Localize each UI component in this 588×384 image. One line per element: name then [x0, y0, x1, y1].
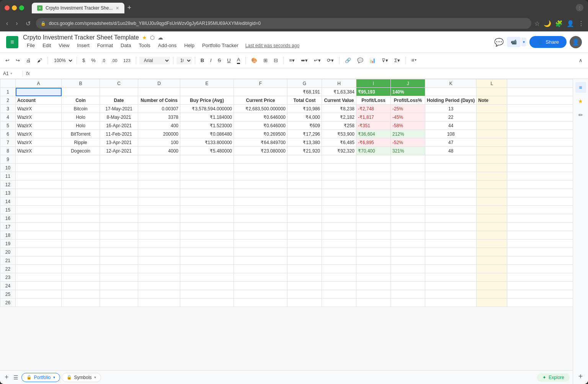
- tab-close-icon[interactable]: ×: [116, 5, 119, 11]
- cell-date-3[interactable]: 17-May-2021: [100, 105, 138, 113]
- cell-c1[interactable]: [100, 88, 138, 96]
- italic-button[interactable]: I: [208, 56, 214, 65]
- cell-account-7[interactable]: WazirX: [16, 138, 62, 147]
- cell-a1[interactable]: [16, 88, 62, 96]
- cell-numcoins-6[interactable]: 200000: [138, 130, 180, 138]
- menu-file[interactable]: File: [23, 41, 39, 50]
- cell-pct-6[interactable]: 212%: [391, 130, 425, 138]
- col-header-i[interactable]: I: [356, 79, 391, 88]
- back-button[interactable]: ‹: [4, 18, 10, 28]
- cell-totalcost-6[interactable]: ₹17,296: [287, 130, 322, 138]
- text-color-button[interactable]: A: [235, 55, 243, 66]
- cell-note-6[interactable]: [477, 130, 507, 138]
- browser-menu-icon[interactable]: ⋮: [576, 4, 583, 11]
- extensions-icon[interactable]: 🧩: [555, 20, 563, 27]
- cell-days-3[interactable]: 13: [425, 105, 477, 113]
- cell-currentvalue-6[interactable]: ₹53,900: [322, 130, 356, 138]
- cell-account-4[interactable]: WazirX: [16, 113, 62, 121]
- header-coin[interactable]: Coin: [62, 96, 100, 105]
- undo-button[interactable]: ↩: [3, 56, 12, 65]
- cell-account-3[interactable]: WazirX: [16, 105, 62, 113]
- row-num-3[interactable]: 3: [0, 105, 16, 113]
- rp-plus-icon[interactable]: +: [578, 372, 583, 381]
- cell-date-6[interactable]: 11-Feb-2021: [100, 130, 138, 138]
- cell-currentprice-8[interactable]: ₹23.080000: [234, 147, 287, 155]
- cell-coin-6[interactable]: BitTorrent: [62, 130, 100, 138]
- row-num-8[interactable]: 8: [0, 147, 16, 155]
- cell-totalcost-5[interactable]: ₹609: [287, 121, 322, 130]
- font-select[interactable]: Arial: [139, 57, 170, 64]
- font-size-select[interactable]: 10: [176, 57, 192, 64]
- paint-format-button[interactable]: 🖌: [35, 56, 44, 65]
- comments-icon[interactable]: 💬: [494, 38, 504, 47]
- profile-icon[interactable]: 👤: [567, 20, 574, 27]
- cell-h1[interactable]: ₹1,63,384: [322, 88, 356, 96]
- explore-button[interactable]: ✦ Explore: [537, 373, 570, 382]
- col-header-f[interactable]: F: [234, 79, 287, 88]
- sheet-tab-portfolio[interactable]: 🔒 Portfolio ▾: [21, 373, 60, 382]
- dark-mode-icon[interactable]: 🌙: [544, 20, 551, 27]
- hide-toolbar-button[interactable]: ∧: [577, 56, 585, 65]
- cell-reference[interactable]: A1 ▾: [0, 71, 23, 76]
- row-num-4[interactable]: 4: [0, 113, 16, 121]
- wrap-button[interactable]: ↵▾: [312, 56, 323, 65]
- cell-pct-5[interactable]: -58%: [391, 121, 425, 130]
- cell-coin-3[interactable]: Bitcoin: [62, 105, 100, 113]
- underline-button[interactable]: U: [225, 56, 233, 65]
- percent-button[interactable]: %: [89, 56, 98, 65]
- menu-view[interactable]: View: [55, 41, 73, 50]
- close-button[interactable]: [5, 5, 10, 10]
- number-format-button[interactable]: 123: [121, 57, 132, 64]
- dropdown-icon[interactable]: ▾: [53, 375, 55, 379]
- cell-currentvalue-4[interactable]: ₹2,182: [322, 113, 356, 121]
- merge-button[interactable]: ⊟: [271, 56, 280, 65]
- refresh-button[interactable]: ↺: [23, 18, 33, 29]
- cell-currentprice-5[interactable]: ₹0.646000: [234, 121, 287, 130]
- cell-days-8[interactable]: 48: [425, 147, 477, 155]
- cell-currentprice-7[interactable]: ₹64.849700: [234, 138, 287, 147]
- menu-addons[interactable]: Add-ons: [154, 41, 180, 50]
- cell-note-3[interactable]: [477, 105, 507, 113]
- cell-pl-3[interactable]: -₹2,748: [356, 105, 391, 113]
- borders-button[interactable]: ⊞: [261, 56, 270, 65]
- cell-currentprice-4[interactable]: ₹0.646000: [234, 113, 287, 121]
- cell-totalcost-7[interactable]: ₹13,380: [287, 138, 322, 147]
- currency-button[interactable]: $: [80, 56, 87, 65]
- rp-sheets-icon[interactable]: ≡: [575, 82, 586, 93]
- menu-format[interactable]: Format: [93, 41, 117, 50]
- cell-buyprice-5[interactable]: ₹1.523000: [180, 121, 234, 130]
- valign-button[interactable]: ⬌▾: [299, 56, 310, 65]
- cell-currentvalue-7[interactable]: ₹6,485: [322, 138, 356, 147]
- bookmark-icon[interactable]: ☆: [534, 20, 540, 27]
- menu-insert[interactable]: Insert: [73, 41, 93, 50]
- cell-coin-4[interactable]: Holo: [62, 113, 100, 121]
- user-avatar[interactable]: 👤: [570, 36, 582, 48]
- chart-button[interactable]: 📊: [367, 56, 378, 65]
- decimal-dec-button[interactable]: .0: [100, 57, 108, 64]
- cell-pl-6[interactable]: ₹36,604: [356, 130, 391, 138]
- col-header-b[interactable]: B: [62, 79, 100, 88]
- cell-numcoins-5[interactable]: 400: [138, 121, 180, 130]
- header-total-cost[interactable]: Total Cost: [287, 96, 322, 105]
- cell-j1[interactable]: 140%: [391, 88, 425, 96]
- header-holding-days[interactable]: Holding Period (Days): [425, 96, 477, 105]
- cell-numcoins-4[interactable]: 3378: [138, 113, 180, 121]
- menu-tools[interactable]: Tools: [135, 41, 154, 50]
- col-header-l[interactable]: L: [477, 79, 507, 88]
- decimal-inc-button[interactable]: .00: [109, 57, 119, 64]
- cell-account-6[interactable]: WazirX: [16, 130, 62, 138]
- sheet-list-button[interactable]: ☰: [12, 373, 20, 382]
- sheet-scroll[interactable]: A B C D E F G H I J K L: [0, 79, 573, 370]
- rotate-button[interactable]: ⟳▾: [325, 56, 336, 65]
- cell-pl-7[interactable]: -₹6,895: [356, 138, 391, 147]
- redo-button[interactable]: ↪: [13, 56, 22, 65]
- cell-note-5[interactable]: [477, 121, 507, 130]
- row-num-2[interactable]: 2: [0, 96, 16, 105]
- cell-date-7[interactable]: 13-Apr-2021: [100, 138, 138, 147]
- rp-pencil-icon[interactable]: ✏: [575, 110, 586, 120]
- add-sheet-button[interactable]: +: [3, 372, 10, 383]
- cell-currentvalue-8[interactable]: ₹92,320: [322, 147, 356, 155]
- cell-currentvalue-5[interactable]: ₹258: [322, 121, 356, 130]
- function-button[interactable]: Σ▾: [392, 56, 402, 65]
- cell-pl-5[interactable]: -₹351: [356, 121, 391, 130]
